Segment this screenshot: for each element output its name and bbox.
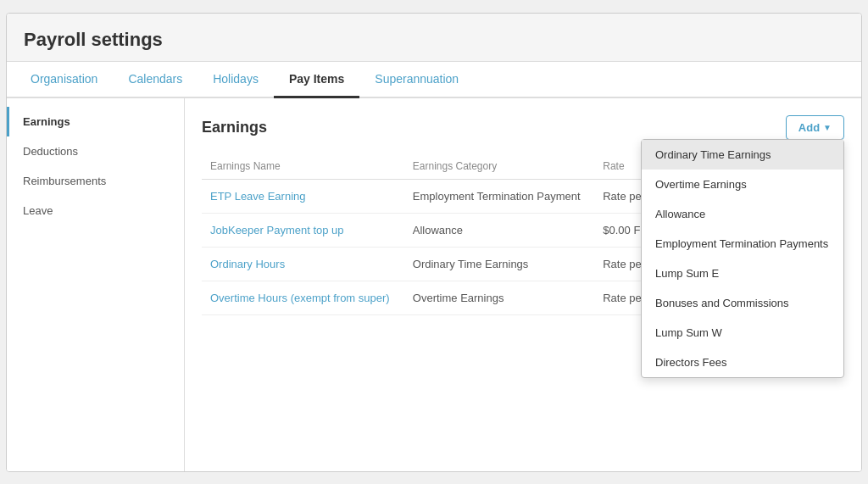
content-area: Earnings Add ▼ Earnings Name Earnings Ca… [185,98,861,471]
row-1-category: Allowance [404,213,594,247]
tab-superannuation[interactable]: Superannuation [359,62,474,98]
tab-organisation[interactable]: Organisation [15,62,113,98]
add-button[interactable]: Add ▼ [786,115,844,140]
row-0-name[interactable]: ETP Leave Earning [202,179,404,213]
col-header-category: Earnings Category [404,153,594,180]
dropdown-item-lump-sum-w[interactable]: Lump Sum W [642,318,843,348]
sidebar: Earnings Deductions Reimbursements Leave [7,98,185,471]
content-title: Earnings [202,119,267,136]
dropdown-item-bonuses[interactable]: Bonuses and Commissions [642,288,843,318]
tab-holidays[interactable]: Holidays [198,62,274,98]
dropdown-item-directors-fees[interactable]: Directors Fees [642,348,843,377]
main-area: Earnings Deductions Reimbursements Leave… [7,98,861,471]
tabs-bar: Organisation Calendars Holidays Pay Item… [7,62,861,98]
col-header-name: Earnings Name [202,153,404,180]
sidebar-item-deductions[interactable]: Deductions [7,136,184,166]
sidebar-item-reimbursements[interactable]: Reimbursements [7,166,184,196]
dropdown-item-overtime[interactable]: Overtime Earnings [642,170,843,199]
sidebar-item-leave[interactable]: Leave [7,196,184,225]
add-button-label: Add [798,121,820,134]
tab-pay-items[interactable]: Pay Items [274,62,359,98]
row-1-name[interactable]: JobKeeper Payment top up [202,213,404,247]
row-0-category: Employment Termination Payment [404,179,594,213]
row-2-name[interactable]: Ordinary Hours [202,247,404,281]
dropdown-item-allowance[interactable]: Allowance [642,199,843,229]
dropdown-item-employment-termination[interactable]: Employment Termination Payments [642,229,843,259]
payroll-settings-window: Payroll settings Organisation Calendars … [6,13,862,472]
content-header: Earnings Add ▼ [202,115,844,140]
row-3-name[interactable]: Overtime Hours (exempt from super) [202,281,404,314]
add-dropdown-menu: Ordinary Time Earnings Overtime Earnings… [641,139,844,378]
page-title: Payroll settings [7,14,861,62]
dropdown-item-lump-sum-e[interactable]: Lump Sum E [642,259,843,288]
tab-calendars[interactable]: Calendars [113,62,198,98]
row-2-category: Ordinary Time Earnings [404,247,594,281]
row-3-category: Overtime Earnings [404,281,594,314]
sidebar-item-earnings[interactable]: Earnings [7,107,184,136]
chevron-down-icon: ▼ [823,123,832,132]
dropdown-item-ordinary-time[interactable]: Ordinary Time Earnings [642,140,843,170]
